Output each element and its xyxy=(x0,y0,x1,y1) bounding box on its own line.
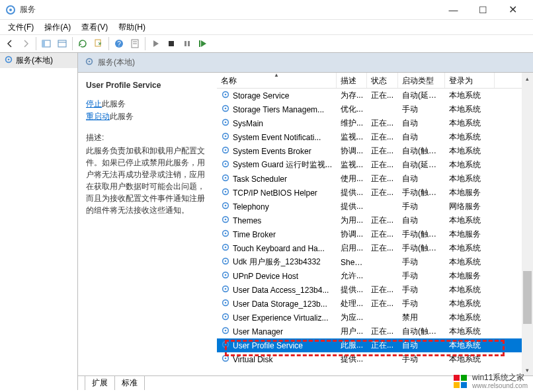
properties-button[interactable] xyxy=(128,36,142,51)
service-row[interactable]: Storage Tiers Managem...优化...手动本地系统 xyxy=(217,102,533,116)
svg-point-1 xyxy=(9,9,12,11)
watermark: win11系统之家 www.relsound.com xyxy=(452,373,528,389)
stop-service-button[interactable] xyxy=(164,36,179,51)
service-row[interactable]: UPnP Device Host允许...手动本地服务 xyxy=(217,269,533,283)
service-status: 正在... xyxy=(367,340,398,351)
svg-point-21 xyxy=(225,94,227,96)
service-row[interactable]: Udk 用户服务_123b4332Shell...手动本地系统 xyxy=(217,255,533,269)
service-row[interactable]: Storage Service为存...正在...自动(延迟...本地系统 xyxy=(217,89,533,102)
list-header: 名称▲ 描述 状态 启动类型 登录为 xyxy=(217,73,533,89)
tab-standard[interactable]: 标准 xyxy=(114,375,145,390)
service-desc: 协调... xyxy=(337,229,367,240)
service-row[interactable]: Touch Keyboard and Ha...启用...正在...手动(触发.… xyxy=(217,241,533,255)
stop-service-link[interactable]: 停止 xyxy=(86,99,102,108)
menu-view[interactable]: 查看(V) xyxy=(76,20,113,34)
watermark-line2: www.relsound.com xyxy=(472,382,528,389)
service-logon: 本地系统 xyxy=(445,243,495,254)
svg-rect-4 xyxy=(58,40,66,47)
back-button[interactable] xyxy=(3,36,17,51)
scroll-up-button[interactable]: ▴ xyxy=(522,73,533,84)
refresh-button[interactable] xyxy=(75,36,90,51)
start-service-button[interactable] xyxy=(148,36,163,51)
stop-suffix: 此服务 xyxy=(102,99,126,108)
service-startup: 自动(延迟... xyxy=(398,90,445,101)
service-row[interactable]: System Guard 运行时监视...监视...正在...自动(延迟...本… xyxy=(217,158,533,172)
service-row[interactable]: User Profile Service此服...正在...自动本地系统 xyxy=(217,338,533,352)
service-row[interactable]: Themes为用...正在...自动本地系统 xyxy=(217,214,533,227)
service-logon: 本地系统 xyxy=(445,256,495,268)
svg-rect-3 xyxy=(42,40,45,47)
service-name: Storage Service xyxy=(233,91,289,100)
svg-rect-62 xyxy=(454,382,460,388)
service-row[interactable]: User Manager用户...正在...自动(触发...本地系统 xyxy=(217,325,533,338)
export-button[interactable] xyxy=(55,36,69,51)
service-row[interactable]: Task Scheduler使用...正在...自动本地系统 xyxy=(217,172,533,186)
service-status: 正在... xyxy=(367,132,398,143)
service-desc: 优化... xyxy=(337,104,367,115)
gear-icon xyxy=(85,57,94,68)
service-startup: 手动 xyxy=(398,284,445,295)
gear-icon xyxy=(221,298,230,309)
service-row[interactable]: Time Broker协调...正在...手动(触发...本地服务 xyxy=(217,227,533,241)
service-startup: 禁用 xyxy=(398,312,445,323)
close-button[interactable]: ✕ xyxy=(498,0,528,20)
gear-icon xyxy=(221,145,230,157)
menu-help[interactable]: 帮助(H) xyxy=(113,20,151,34)
detail-pane: User Profile Service 停止此服务 重启动此服务 描述: 此服… xyxy=(78,73,217,375)
service-row[interactable]: SysMain维护...正在...自动本地系统 xyxy=(217,116,533,130)
gear-icon xyxy=(4,55,13,66)
service-name: Telephony xyxy=(233,202,269,212)
service-row[interactable]: Virtual Disk提供...手动本地系统 xyxy=(217,352,533,366)
service-desc: 为用... xyxy=(337,215,367,226)
service-desc: 允许... xyxy=(337,270,367,282)
scrollbar-thumb[interactable] xyxy=(523,271,532,324)
menu-action[interactable]: 操作(A) xyxy=(39,20,76,34)
service-name: TCP/IP NetBIOS Helper xyxy=(233,188,317,198)
maximize-button[interactable]: ☐ xyxy=(468,0,498,20)
service-logon: 本地系统 xyxy=(445,354,495,365)
restart-service-link[interactable]: 重启动 xyxy=(86,112,110,121)
service-row[interactable]: User Data Access_123b4...提供...正在...手动本地系… xyxy=(217,283,533,297)
service-status: 正在... xyxy=(367,298,398,309)
svg-rect-6 xyxy=(95,40,101,46)
restart-suffix: 此服务 xyxy=(110,112,134,121)
service-row[interactable]: System Event Notificati...监视...正在...自动本地… xyxy=(217,130,533,144)
help-button[interactable]: ? xyxy=(112,36,126,51)
tab-extended[interactable]: 扩展 xyxy=(85,375,115,390)
service-row[interactable]: Telephony提供...手动网络服务 xyxy=(217,200,533,214)
column-logon[interactable]: 登录为 xyxy=(445,73,495,88)
service-desc: 启用... xyxy=(337,243,367,254)
vertical-scrollbar[interactable]: ▴ ▾ xyxy=(522,73,533,375)
restart-service-button[interactable] xyxy=(196,36,210,51)
tree-root-item[interactable]: 服务(本地) xyxy=(0,53,77,68)
column-status[interactable]: 状态 xyxy=(367,73,398,88)
menubar: 文件(F) 操作(A) 查看(V) 帮助(H) xyxy=(0,20,533,34)
pause-service-button[interactable] xyxy=(180,36,194,51)
service-row[interactable]: System Events Broker协调...正在...自动(触发...本地… xyxy=(217,144,533,158)
gear-icon xyxy=(221,312,230,323)
service-desc: 为应... xyxy=(337,312,367,323)
service-row[interactable]: TCP/IP NetBIOS Helper提供...正在...手动(触发...本… xyxy=(217,186,533,200)
forward-button[interactable] xyxy=(19,36,33,51)
selected-service-title: User Profile Service xyxy=(86,81,210,90)
service-desc: 维护... xyxy=(337,118,367,129)
show-hide-button[interactable] xyxy=(39,36,54,51)
menu-file[interactable]: 文件(F) xyxy=(3,20,39,34)
svg-point-37 xyxy=(225,205,227,207)
gear-icon xyxy=(221,90,230,101)
gear-icon xyxy=(221,132,230,143)
service-row[interactable]: User Data Storage_123b...处理...正在...手动本地系… xyxy=(217,297,533,311)
svg-rect-15 xyxy=(199,40,200,47)
column-name[interactable]: 名称▲ xyxy=(217,73,337,88)
gear-icon xyxy=(221,326,230,337)
column-startup[interactable]: 启动类型 xyxy=(398,73,445,88)
description-label: 描述: xyxy=(86,132,210,143)
column-description[interactable]: 描述 xyxy=(337,73,367,88)
service-startup: 手动 xyxy=(398,104,445,115)
minimize-button[interactable]: — xyxy=(438,0,468,20)
gear-icon xyxy=(221,159,230,171)
service-row[interactable]: User Experience Virtualiz...为应...禁用本地系统 xyxy=(217,311,533,325)
export-list-button[interactable] xyxy=(91,36,106,51)
svg-point-51 xyxy=(225,302,227,304)
service-desc: Shell... xyxy=(337,258,367,267)
